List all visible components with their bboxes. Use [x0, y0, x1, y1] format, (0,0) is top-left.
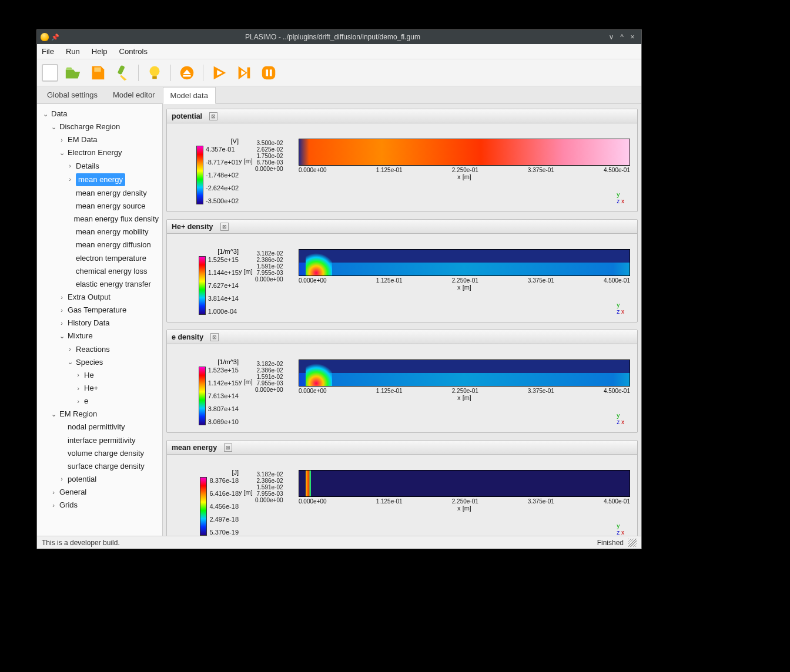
tree-mean-energy-density[interactable]: mean energy density: [39, 187, 160, 200]
tree-mean-energy-flux-density[interactable]: mean energy flux density: [39, 213, 160, 226]
save-button[interactable]: [88, 63, 108, 83]
y-ticks: 3.182e-022.386e-021.591e-027.955e-030.00…: [255, 471, 283, 498]
close-button[interactable]: ×: [627, 33, 638, 41]
tree-interface-permittivity[interactable]: interface permittivity: [39, 434, 160, 447]
tree-discharge-region[interactable]: ⌄Discharge Region: [39, 120, 160, 133]
menu-help[interactable]: Help: [92, 47, 108, 56]
tree-details[interactable]: ›Details: [39, 160, 160, 173]
heatmap[interactable]: y [m] 3.500e-022.625e-021.750e-028.750e-…: [239, 128, 630, 207]
tree-elastic-energy-transfer[interactable]: elastic energy transfer: [39, 278, 160, 291]
tree-extra-output[interactable]: ›Extra Output: [39, 291, 160, 304]
content-area: ⌄Data ⌄Discharge Region ›EM Data ⌄Electr…: [37, 104, 641, 536]
tree-electron-energy[interactable]: ⌄Electron Energy: [39, 146, 160, 159]
tree-mixture[interactable]: ⌄Mixture: [39, 330, 160, 342]
tab-model-data[interactable]: Model data: [163, 87, 216, 104]
maximize-button[interactable]: ^: [617, 33, 627, 41]
tree-volume-charge-density[interactable]: volume charge density: [39, 447, 160, 460]
play-button[interactable]: [209, 63, 229, 83]
colorbar-gradient: [196, 146, 203, 204]
menu-run[interactable]: Run: [66, 47, 80, 56]
toolbar: [37, 59, 641, 86]
tree-nodal-permittivity[interactable]: nodal permittivity: [39, 421, 160, 434]
heatmap-surface: [299, 249, 630, 276]
tree-potential[interactable]: ›potential: [39, 473, 160, 486]
plot-header[interactable]: e density ⊠: [167, 330, 637, 344]
titlebar[interactable]: 📌 PLASIMO - ../plplugins/drift_diffusion…: [37, 30, 641, 44]
tree-surface-charge-density[interactable]: surface charge density: [39, 460, 160, 473]
x-axis-label: x [m]: [299, 505, 630, 512]
close-icon[interactable]: ⊠: [209, 112, 217, 120]
tree-general[interactable]: ›General: [39, 486, 160, 499]
window-title: PLASIMO - ../plplugins/drift_diffusion/i…: [59, 33, 606, 41]
heatmap-surface: [299, 139, 630, 166]
x-ticks: 0.000e+001.125e-012.250e-013.375e-014.50…: [299, 277, 630, 284]
plot-panel-e-density: e density ⊠ [1/m^3] 1.523e+151.142e+157.…: [166, 330, 638, 433]
tree-em-region[interactable]: ⌄EM Region: [39, 408, 160, 421]
close-icon[interactable]: ⊠: [220, 223, 229, 231]
tree-em-data[interactable]: ›EM Data: [39, 133, 160, 146]
tree-data[interactable]: ⌄Data: [39, 107, 160, 120]
main-window: 📌 PLASIMO - ../plplugins/drift_diffusion…: [36, 29, 642, 549]
tree-chemical-energy-loss[interactable]: chemical energy loss: [39, 265, 160, 278]
new-button[interactable]: [42, 64, 58, 82]
tab-model-editor[interactable]: Model editor: [105, 86, 163, 103]
axis-triad-icon: yz x: [617, 191, 624, 204]
tree-mean-energy-diffusion[interactable]: mean energy diffusion: [39, 238, 160, 251]
tree-electron-temperature[interactable]: electron temperature: [39, 252, 160, 265]
eject-button[interactable]: [177, 63, 197, 83]
menu-controls[interactable]: Controls: [119, 47, 148, 56]
resize-grip-icon[interactable]: [628, 539, 637, 547]
tree-history-data[interactable]: ›History Data: [39, 317, 160, 330]
tree-mean-energy-source[interactable]: mean energy source: [39, 200, 160, 213]
x-ticks: 0.000e+001.125e-012.250e-013.375e-014.50…: [299, 167, 630, 173]
tree-species[interactable]: ⌄Species: [39, 356, 160, 369]
tree-he-plus[interactable]: ›He+: [39, 382, 160, 395]
close-icon[interactable]: ⊠: [224, 443, 232, 452]
plot-header[interactable]: mean energy ⊠: [167, 441, 637, 455]
units-label: [1/m^3]: [186, 358, 239, 365]
tree-grids[interactable]: ›Grids: [39, 499, 160, 512]
plot-panel-He+-density: He+ density ⊠ [1/m^3] 1.525e+151.144e+15…: [166, 219, 638, 322]
separator: [170, 65, 171, 81]
y-axis-label: y [m]: [239, 268, 253, 275]
x-axis-label: x [m]: [299, 394, 630, 401]
tree-mean-energy[interactable]: ›mean energy: [39, 173, 160, 187]
colorbar-gradient: [199, 367, 206, 425]
clean-button[interactable]: [112, 63, 132, 83]
menu-file[interactable]: File: [42, 47, 54, 56]
tree-reactions[interactable]: ›Reactions: [39, 343, 160, 356]
plot-panel-potential: potential ⊠ [V] 4.357e-01-8.717e+01-1.74…: [166, 109, 638, 212]
tree-he[interactable]: ›He: [39, 369, 160, 382]
tree-e[interactable]: ›e: [39, 395, 160, 408]
idea-button[interactable]: [145, 63, 165, 83]
plot-header[interactable]: He+ density ⊠: [167, 220, 637, 234]
statusbar: This is a developer build. Finished: [37, 536, 641, 549]
minimize-button[interactable]: v: [606, 33, 617, 41]
status-right: Finished: [597, 539, 624, 547]
colorbar-gradient: [200, 477, 207, 536]
axis-triad-icon: yz x: [617, 523, 624, 536]
heatmap[interactable]: y [m] 3.182e-022.386e-021.591e-027.955e-…: [239, 238, 630, 317]
y-ticks: 3.182e-022.386e-021.591e-027.955e-030.00…: [255, 250, 283, 277]
pause-button[interactable]: [259, 63, 279, 83]
colorbar: [1/m^3] 1.525e+151.144e+157.627e+143.814…: [174, 238, 239, 317]
tab-global-settings[interactable]: Global settings: [39, 86, 105, 103]
x-axis-label: x [m]: [299, 284, 630, 291]
heatmap[interactable]: y [m] 3.182e-022.386e-021.591e-027.955e-…: [239, 459, 630, 536]
tree-mean-energy-mobility[interactable]: mean energy mobility: [39, 226, 160, 238]
separator: [203, 65, 203, 81]
close-icon[interactable]: ⊠: [210, 333, 219, 341]
pin-icon[interactable]: 📌: [51, 33, 59, 41]
y-ticks: 3.500e-022.625e-021.750e-028.750e-030.00…: [255, 140, 283, 166]
plot-area: potential ⊠ [V] 4.357e-01-8.717e+01-1.74…: [163, 104, 641, 536]
tabbar: Global settings Model editor Model data: [37, 86, 641, 104]
step-button[interactable]: [234, 63, 254, 83]
plot-header[interactable]: potential ⊠: [167, 109, 637, 123]
open-button[interactable]: [63, 63, 83, 83]
y-axis-label: y [m]: [239, 157, 253, 164]
data-tree[interactable]: ⌄Data ⌄Discharge Region ›EM Data ⌄Electr…: [37, 104, 163, 536]
heatmap[interactable]: y [m] 3.182e-022.386e-021.591e-027.955e-…: [239, 349, 630, 428]
colorbar-labels: 1.523e+151.142e+157.613e+143.807e+143.06…: [208, 367, 239, 425]
tree-gas-temperature[interactable]: ›Gas Temperature: [39, 304, 160, 317]
heatmap-surface: [299, 359, 630, 387]
